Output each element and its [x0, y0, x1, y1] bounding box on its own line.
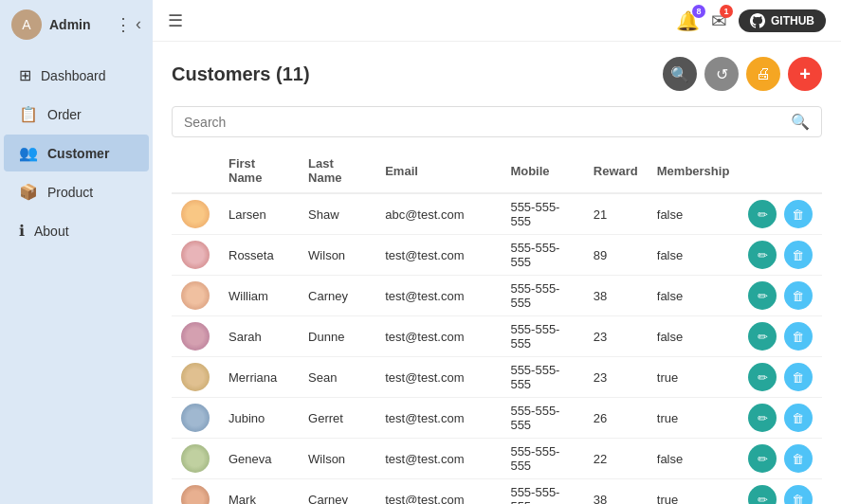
edit-button[interactable]: ✏: [748, 241, 777, 269]
cell-membership: false: [648, 439, 740, 479]
table-header-row: First Name Last Name Email Mobile Reward…: [172, 149, 822, 193]
delete-button[interactable]: 🗑: [784, 444, 813, 473]
sidebar-item-label: Customer: [47, 146, 109, 161]
cell-membership: false: [648, 235, 740, 276]
cell-reward: 26: [584, 398, 648, 439]
cell-avatar: [172, 357, 219, 398]
cell-lastname: Carney: [299, 276, 375, 316]
message-badge: 1: [720, 5, 733, 18]
edit-button[interactable]: ✏: [748, 281, 777, 310]
cell-lastname: Wilson: [299, 235, 375, 276]
delete-button[interactable]: 🗑: [784, 200, 813, 228]
delete-button[interactable]: 🗑: [784, 241, 813, 269]
delete-button[interactable]: 🗑: [784, 322, 813, 351]
sidebar-item-label: Order: [47, 107, 82, 122]
order-icon: 📋: [19, 105, 38, 123]
sidebar-item-dashboard[interactable]: ⊞ Dashboard: [4, 57, 149, 94]
cell-email: test@test.com: [375, 316, 501, 357]
cell-firstname: Larsen: [219, 193, 299, 235]
cell-actions: ✏ 🗑: [739, 398, 822, 439]
col-email: Email: [375, 149, 501, 193]
sidebar-item-customer[interactable]: 👥 Customer: [4, 135, 149, 171]
row-avatar: [181, 241, 210, 269]
edit-button[interactable]: ✏: [748, 363, 777, 391]
cell-membership: false: [648, 193, 740, 235]
delete-button[interactable]: 🗑: [784, 363, 813, 391]
sidebar-item-label: Product: [47, 185, 93, 200]
search-icon: 🔍: [791, 113, 810, 131]
cell-firstname: William: [219, 276, 299, 316]
message-wrapper: ✉ 1: [711, 9, 727, 32]
cell-lastname: Carney: [299, 479, 375, 505]
action-buttons: 🔍 ↺ 🖨 +: [663, 57, 822, 91]
col-actions: [739, 149, 822, 193]
row-avatar: [181, 322, 210, 351]
refresh-button[interactable]: ↺: [704, 57, 739, 91]
cell-membership: true: [648, 479, 740, 505]
edit-button[interactable]: ✏: [748, 485, 777, 504]
cell-mobile: 555-555-555: [501, 235, 583, 276]
cell-reward: 23: [584, 316, 648, 357]
cell-mobile: 555-555-555: [501, 276, 583, 316]
cell-reward: 21: [584, 193, 648, 235]
cell-avatar: [172, 479, 219, 505]
sidebar-header-icons: ⋮ ‹: [115, 14, 141, 35]
cell-avatar: [172, 193, 219, 235]
about-icon: ℹ: [19, 222, 25, 240]
row-avatar: [181, 485, 210, 504]
search-button[interactable]: 🔍: [663, 57, 697, 91]
cell-avatar: [172, 316, 219, 357]
cell-actions: ✏ 🗑: [739, 193, 822, 235]
admin-name: Admin: [49, 17, 107, 32]
main-content: ☰ 🔔 8 ✉ 1 GITHUB Customers (11) 🔍 ↺: [153, 0, 841, 504]
col-lastname: Last Name: [299, 149, 375, 193]
sidebar-item-product[interactable]: 📦 Product: [4, 173, 149, 210]
more-icon[interactable]: ⋮: [115, 14, 132, 35]
search-input[interactable]: [184, 115, 791, 130]
github-label: GITHUB: [771, 14, 814, 27]
product-icon: 📦: [19, 183, 38, 201]
edit-button[interactable]: ✏: [748, 404, 777, 432]
table-row: Larsen Shaw abc@test.com 555-555-555 21 …: [172, 193, 822, 235]
table-row: Merriana Sean test@test.com 555-555-555 …: [172, 357, 822, 398]
avatar: A: [11, 9, 42, 40]
delete-button[interactable]: 🗑: [784, 404, 813, 432]
cell-email: test@test.com: [375, 357, 501, 398]
menu-icon[interactable]: ☰: [168, 10, 183, 31]
delete-button[interactable]: 🗑: [784, 485, 813, 504]
cell-membership: false: [648, 276, 740, 316]
cell-reward: 89: [584, 235, 648, 276]
cell-membership: true: [648, 398, 740, 439]
sidebar-header: A Admin ⋮ ‹: [0, 0, 153, 49]
customer-table: First Name Last Name Email Mobile Reward…: [172, 149, 822, 504]
cell-mobile: 555-555-555: [501, 193, 583, 235]
sidebar-item-order[interactable]: 📋 Order: [4, 96, 149, 133]
cell-lastname: Gerret: [299, 398, 375, 439]
edit-button[interactable]: ✏: [748, 444, 777, 473]
row-avatar: [181, 200, 210, 228]
sidebar-nav: ⊞ Dashboard 📋 Order 👥 Customer 📦 Product…: [0, 49, 153, 257]
edit-button[interactable]: ✏: [748, 322, 777, 351]
cell-email: test@test.com: [375, 439, 501, 479]
github-button[interactable]: GITHUB: [739, 9, 826, 32]
cell-firstname: Sarah: [219, 316, 299, 357]
delete-button[interactable]: 🗑: [784, 281, 813, 310]
cell-email: test@test.com: [375, 276, 501, 316]
cell-reward: 22: [584, 439, 648, 479]
sidebar: A Admin ⋮ ‹ ⊞ Dashboard 📋 Order 👥 Custom…: [0, 0, 153, 504]
row-avatar: [181, 281, 210, 310]
cell-membership: false: [648, 316, 740, 357]
add-button[interactable]: +: [788, 57, 822, 91]
edit-button[interactable]: ✏: [748, 200, 777, 228]
topbar: ☰ 🔔 8 ✉ 1 GITHUB: [153, 0, 841, 42]
row-avatar: [181, 404, 210, 432]
print-button[interactable]: 🖨: [746, 57, 780, 91]
cell-mobile: 555-555-555: [501, 357, 583, 398]
table-row: Sarah Dunne test@test.com 555-555-555 23…: [172, 316, 822, 357]
sidebar-item-about[interactable]: ℹ About: [4, 212, 149, 249]
cell-actions: ✏ 🗑: [739, 276, 822, 316]
cell-lastname: Sean: [299, 357, 375, 398]
col-firstname: First Name: [219, 149, 299, 193]
collapse-icon[interactable]: ‹: [136, 14, 141, 35]
notification-wrapper: 🔔 8: [676, 9, 700, 32]
